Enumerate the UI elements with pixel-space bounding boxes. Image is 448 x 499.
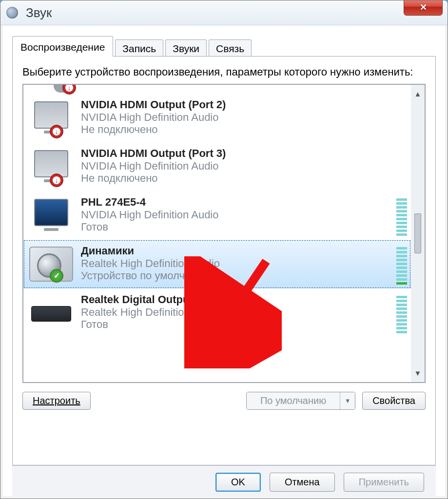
device-item[interactable]: PHL 274E5-4 NVIDIA High Definition Audio…: [23, 191, 411, 240]
panel-button-row: Настроить По умолчанию ▼ Свойства: [22, 392, 426, 410]
device-title: PHL 274E5-4: [81, 196, 403, 209]
device-status: Готов: [81, 221, 403, 233]
device-title: NVIDIA HDMI Output (Port 3): [81, 147, 403, 160]
monitor-icon: [27, 98, 75, 137]
speaker-app-icon: [6, 7, 18, 19]
device-status: Готов: [81, 318, 403, 331]
device-list: NVIDIA HDMI Output (Port 2) NVIDIA High …: [23, 85, 411, 382]
device-driver: NVIDIA High Definition Audio: [81, 209, 403, 221]
status-down-icon: [50, 173, 63, 187]
status-down-icon: [50, 125, 63, 138]
device-item[interactable]: NVIDIA HDMI Output (Port 3) NVIDIA High …: [23, 142, 411, 191]
close-icon: ✕: [420, 2, 427, 13]
instruction-text: Выберите устройство воспроизведения, пар…: [22, 65, 426, 79]
device-item[interactable]: Динамики Realtek High Definition Audio У…: [23, 240, 411, 288]
set-default-split-button[interactable]: По умолчанию ▼: [246, 392, 355, 410]
tab-sounds[interactable]: Звуки: [165, 39, 207, 57]
monitor-icon: [27, 147, 75, 186]
chevron-down-icon[interactable]: ▼: [340, 392, 355, 409]
title-bar: Звук ✕: [0, 0, 448, 25]
tab-communications[interactable]: Связь: [209, 39, 252, 57]
scroll-thumb[interactable]: [414, 213, 421, 253]
speaker-icon: [27, 245, 75, 284]
ok-button[interactable]: OK: [215, 473, 261, 492]
level-meter-icon: [396, 196, 407, 236]
configure-button[interactable]: Настроить: [22, 392, 91, 410]
device-title: Динамики: [81, 245, 403, 257]
device-driver: NVIDIA High Definition Audio: [81, 160, 403, 172]
tab-recording[interactable]: Запись: [115, 39, 163, 57]
device-driver: Realtek High Definition Audio: [81, 257, 403, 269]
default-check-icon: [50, 269, 63, 283]
window-title: Звук: [26, 5, 52, 20]
device-status: Устройство по умолчанию: [81, 269, 403, 282]
tab-bar: Воспроизведение Запись Звуки Связь: [12, 35, 436, 56]
dialog-button-row: OK Отмена Применить: [12, 465, 436, 499]
device-status: Не подключено: [81, 172, 403, 185]
dialog-content: Воспроизведение Запись Звуки Связь Выбер…: [0, 25, 448, 499]
device-item[interactable]: NVIDIA HDMI Output (Port 2) NVIDIA High …: [23, 94, 411, 142]
partial-device-icon: [54, 85, 73, 93]
scroll-up-icon[interactable]: ▲: [414, 90, 422, 98]
level-meter-icon: [396, 245, 407, 285]
digital-output-icon: [27, 293, 75, 332]
device-item[interactable]: Realtek Digital Output Realtek High Defi…: [23, 288, 411, 337]
monitor-icon: [27, 196, 75, 235]
device-driver: NVIDIA High Definition Audio: [81, 111, 403, 123]
playback-panel: Выберите устройство воспроизведения, пар…: [12, 56, 436, 465]
set-default-label[interactable]: По умолчанию: [247, 392, 340, 409]
apply-button[interactable]: Применить: [344, 473, 424, 492]
device-title: NVIDIA HDMI Output (Port 2): [81, 98, 403, 111]
device-driver: Realtek High Definition Audio: [81, 306, 403, 318]
cancel-button[interactable]: Отмена: [270, 473, 335, 492]
device-status: Не подключено: [81, 123, 403, 136]
scroll-down-icon[interactable]: ▼: [414, 369, 422, 377]
sound-dialog: Звук ✕ Воспроизведение Запись Звуки Связ…: [0, 0, 448, 499]
scrollbar[interactable]: ▲ ▼: [411, 85, 425, 382]
close-button[interactable]: ✕: [404, 0, 443, 16]
device-list-container: NVIDIA HDMI Output (Port 2) NVIDIA High …: [22, 84, 426, 383]
level-meter-icon: [396, 293, 407, 333]
properties-button[interactable]: Свойства: [362, 392, 426, 410]
tab-playback[interactable]: Воспроизведение: [12, 36, 113, 57]
device-title: Realtek Digital Output: [81, 293, 403, 306]
